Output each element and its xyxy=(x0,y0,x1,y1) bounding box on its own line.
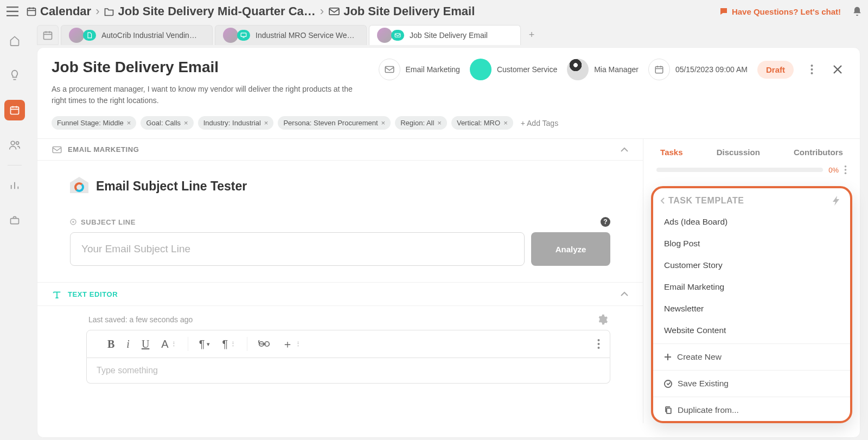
nav-ideas[interactable] xyxy=(4,65,25,86)
section-text-editor-header[interactable]: TEXT EDITOR xyxy=(37,282,643,306)
team-chip[interactable]: Customer Service xyxy=(470,59,557,80)
nav-calendar[interactable] xyxy=(4,100,25,120)
task-progress: 0% xyxy=(643,163,860,176)
toolbar-more-button[interactable] xyxy=(597,339,600,349)
add-tab-button[interactable]: + xyxy=(523,29,540,41)
svg-point-13 xyxy=(810,72,813,74)
main-column: EMAIL MARKETING Email Subject Line Teste… xyxy=(37,139,643,423)
breadcrumb-item[interactable]: Job Site Delivery Email xyxy=(328,4,475,18)
divider xyxy=(653,397,850,397)
link-button[interactable] xyxy=(258,340,270,348)
tag-label: Persona: Steven Procurement xyxy=(283,119,378,127)
template-option[interactable]: Newsletter xyxy=(653,298,850,320)
task-template-list: Ads (Idea Board) Blog Post Customer Stor… xyxy=(653,211,850,341)
left-nav xyxy=(0,23,29,440)
status-pill[interactable]: Draft xyxy=(757,61,794,79)
breadcrumb-folder[interactable]: Job Site Delivery Mid-Quarter Ca… xyxy=(104,4,315,18)
tag-chip[interactable]: Industry: Industrial× xyxy=(198,116,274,130)
email-icon xyxy=(52,146,62,154)
email-marketing-body: Email Subject Line Tester SUBJECT LINE ?… xyxy=(37,161,643,282)
tag-chip[interactable]: Goal: Calls× xyxy=(141,116,193,130)
remove-tag-icon[interactable]: × xyxy=(437,119,442,127)
help-icon: ? xyxy=(601,217,610,227)
nav-analytics[interactable] xyxy=(4,175,25,196)
section-email-marketing-header[interactable]: EMAIL MARKETING xyxy=(37,139,643,161)
svg-point-4 xyxy=(16,142,19,144)
tab-autocrib[interactable]: AutoCrib Industrial Vendin… xyxy=(61,25,213,45)
duplicate-from-template[interactable]: Duplicate from... xyxy=(653,399,850,421)
svg-point-12 xyxy=(810,68,813,71)
bolt-icon[interactable] xyxy=(833,196,840,206)
tag-chip[interactable]: Persona: Steven Procurement× xyxy=(278,116,391,130)
bold-button[interactable]: B xyxy=(107,338,114,350)
more-menu-button[interactable] xyxy=(803,61,820,78)
svg-rect-7 xyxy=(241,33,246,37)
tab-discussion[interactable]: Discussion xyxy=(717,148,760,157)
remove-tag-icon[interactable]: × xyxy=(381,119,386,127)
create-new-label: Create New xyxy=(677,352,722,362)
add-tags-button[interactable]: + Add Tags xyxy=(521,119,558,127)
template-option[interactable]: Ads (Idea Board) xyxy=(653,211,850,233)
monitor-icon xyxy=(237,30,250,41)
tag-chip[interactable]: Vertical: MRO× xyxy=(451,116,513,130)
help-chat-link[interactable]: Have Questions? Let's chat! xyxy=(719,7,841,16)
paragraph-ltr-button[interactable]: ¶▾ xyxy=(199,338,210,350)
remove-tag-icon[interactable]: × xyxy=(184,119,188,127)
target-icon xyxy=(70,219,76,225)
nav-home[interactable] xyxy=(4,30,25,51)
tab-industrial-mro[interactable]: Industrial MRO Service We… xyxy=(215,25,367,45)
analyze-button[interactable]: Analyze xyxy=(531,232,610,266)
menu-toggle[interactable] xyxy=(5,4,20,18)
underline-button[interactable]: U xyxy=(142,338,149,350)
nav-assets[interactable] xyxy=(4,210,25,231)
editor-settings-button[interactable] xyxy=(596,314,608,326)
svg-point-3 xyxy=(11,141,15,145)
tab-tasks[interactable]: Tasks xyxy=(660,148,682,157)
breadcrumb-calendar[interactable]: Calendar xyxy=(26,4,91,18)
task-template-back[interactable]: TASK TEMPLATE xyxy=(660,196,744,206)
text-style-button[interactable]: A⋮ xyxy=(161,338,176,350)
nav-team[interactable] xyxy=(4,135,25,155)
close-button[interactable] xyxy=(829,61,846,78)
svg-point-19 xyxy=(598,339,600,341)
tab-label: Job Site Delivery Email xyxy=(410,31,488,40)
tag-label: Goal: Calls xyxy=(146,119,181,127)
top-bar: Calendar › Job Site Delivery Mid-Quarter… xyxy=(0,0,868,23)
copy-icon xyxy=(664,406,672,415)
editor-textarea[interactable]: Type something xyxy=(86,358,610,384)
svg-point-11 xyxy=(810,65,813,67)
subject-line-input[interactable] xyxy=(70,232,525,266)
svg-rect-5 xyxy=(11,219,19,224)
template-option[interactable]: Blog Post xyxy=(653,233,850,254)
template-option[interactable]: Customer Story xyxy=(653,254,850,276)
tag-chip[interactable]: Region: All× xyxy=(395,116,447,130)
chevron-right-icon: › xyxy=(320,4,324,18)
remove-tag-icon[interactable]: × xyxy=(264,119,269,127)
remove-tag-icon[interactable]: × xyxy=(503,119,508,127)
owner-chip[interactable]: Mia Manager xyxy=(567,59,639,80)
template-option[interactable]: Website Content xyxy=(653,320,850,341)
save-existing-template[interactable]: Save Existing xyxy=(653,373,850,394)
template-option[interactable]: Email Marketing xyxy=(653,276,850,298)
tab-job-site-email[interactable]: Job Site Delivery Email xyxy=(369,25,521,45)
paragraph-options-button[interactable]: ¶⋮ xyxy=(222,338,236,350)
schedule-chip[interactable]: 05/15/2023 09:00 AM xyxy=(648,59,748,80)
tab-calendar-overview[interactable] xyxy=(37,25,59,45)
progress-percent: 0% xyxy=(828,166,839,174)
svg-point-25 xyxy=(665,380,672,387)
task-menu-button[interactable] xyxy=(844,165,847,175)
italic-button[interactable]: i xyxy=(126,338,130,350)
channel-chip[interactable]: Email Marketing xyxy=(379,59,460,80)
subject-label-text: SUBJECT LINE xyxy=(81,218,136,226)
notifications-icon[interactable] xyxy=(852,6,863,17)
owner-label: Mia Manager xyxy=(594,65,639,74)
insert-button[interactable]: ＋⋮ xyxy=(282,337,301,352)
chevron-up-icon xyxy=(620,291,629,297)
tag-chip[interactable]: Funnel Stage: Middle× xyxy=(52,116,136,130)
create-new-template[interactable]: Create New xyxy=(653,346,850,368)
tab-contributors[interactable]: Contributors xyxy=(794,148,843,157)
right-tabs: Tasks Discussion Contributors xyxy=(643,139,860,163)
save-existing-label: Save Existing xyxy=(678,379,729,388)
remove-tag-icon[interactable]: × xyxy=(127,119,131,127)
plus-icon xyxy=(664,353,672,361)
